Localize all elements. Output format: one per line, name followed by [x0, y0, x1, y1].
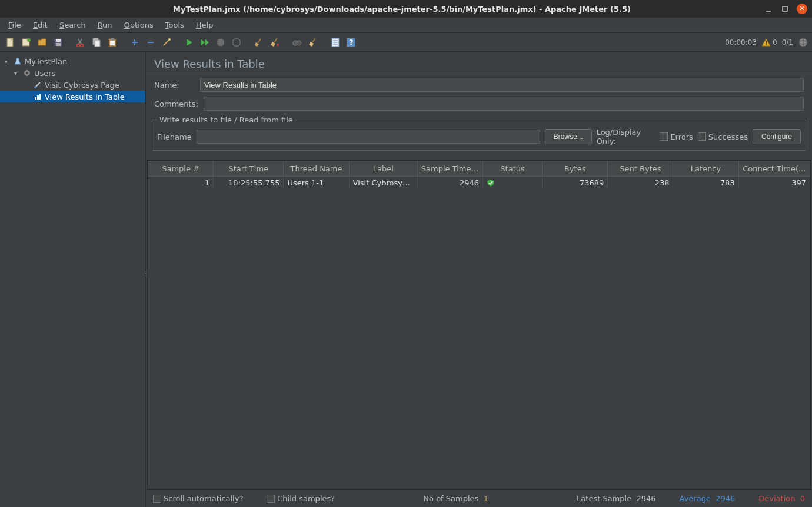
col-sentbytes[interactable]: Sent Bytes: [608, 161, 673, 177]
tree-node-listener[interactable]: View Results in Table: [0, 91, 145, 102]
latest-sample-value: 2946: [636, 494, 655, 503]
maximize-button[interactable]: [780, 4, 790, 14]
run-status-icon-wrap: [798, 37, 808, 48]
success-shield-icon: [487, 179, 495, 187]
svg-point-4: [27, 38, 31, 42]
average-value: 2946: [716, 494, 735, 503]
save-button[interactable]: [51, 35, 65, 49]
clear-all-button[interactable]: [268, 35, 282, 49]
cell-bytes: 73689: [543, 177, 608, 190]
col-bytes[interactable]: Bytes: [543, 161, 608, 177]
menu-help[interactable]: Help: [190, 19, 219, 31]
splitter-handle[interactable]: ⋮: [143, 273, 148, 287]
function-helper-button[interactable]: [328, 35, 342, 49]
svg-rect-6: [56, 39, 61, 42]
deviation-value: 0: [800, 494, 805, 503]
tree-node-label: Visit Cybrosys Page: [45, 81, 119, 90]
close-button[interactable]: ✕: [797, 4, 807, 14]
svg-rect-41: [37, 95, 39, 100]
col-latency[interactable]: Latency: [673, 161, 738, 177]
results-table[interactable]: Sample # Start Time Thread Name Label Sa…: [148, 161, 810, 189]
deviation-label: Deviation: [758, 494, 795, 503]
col-label[interactable]: Label: [349, 161, 417, 177]
start-no-timers-button[interactable]: [198, 35, 212, 49]
svg-line-20: [258, 39, 261, 43]
col-connect[interactable]: Connect Time(...: [738, 161, 810, 177]
shutdown-button[interactable]: [229, 35, 244, 49]
toggle-button[interactable]: [159, 35, 174, 49]
successes-checkbox[interactable]: Successes: [698, 132, 748, 141]
collapse-button[interactable]: [144, 35, 158, 49]
minus-icon: [146, 38, 155, 47]
minimize-button[interactable]: [764, 4, 773, 14]
templates-icon: [21, 37, 32, 48]
warning-icon: !: [761, 38, 771, 47]
col-thread[interactable]: Thread Name: [284, 161, 349, 177]
col-status[interactable]: Status: [483, 161, 543, 177]
start-button[interactable]: [182, 35, 196, 49]
toolbar: ? 00:00:03 ! 0 0/1: [0, 33, 812, 52]
scissors-icon: [75, 37, 86, 48]
play-fast-icon: [199, 38, 210, 47]
menu-tools[interactable]: Tools: [159, 19, 190, 31]
tree-node-sampler[interactable]: Visit Cybrosys Page: [0, 79, 145, 91]
menu-options[interactable]: Options: [118, 19, 159, 31]
help-button[interactable]: ?: [344, 35, 358, 49]
no-samples-label: No of Samples: [423, 494, 478, 503]
save-icon: [53, 37, 64, 48]
filename-label: Filename: [157, 132, 192, 141]
reset-search-button[interactable]: [306, 35, 320, 49]
menu-run[interactable]: Run: [92, 19, 118, 31]
comments-label: Comments:: [154, 100, 199, 108]
svg-rect-40: [35, 97, 36, 100]
cell-sampletime: 2946: [417, 177, 482, 190]
filename-input[interactable]: [197, 130, 540, 144]
cell-latency: 783: [673, 177, 738, 190]
col-sample[interactable]: Sample #: [148, 161, 214, 177]
cell-status: [483, 177, 543, 190]
open-button[interactable]: [35, 35, 49, 49]
svg-point-8: [77, 44, 80, 47]
search-button[interactable]: [290, 35, 304, 49]
svg-text:?: ?: [350, 38, 354, 47]
svg-rect-13: [111, 38, 114, 40]
flask-icon: [13, 57, 22, 66]
cut-button[interactable]: [74, 35, 88, 49]
errors-checkbox[interactable]: Errors: [660, 132, 693, 141]
menu-search[interactable]: Search: [54, 19, 92, 31]
copy-button[interactable]: [89, 35, 104, 49]
svg-point-9: [81, 44, 84, 47]
comments-input[interactable]: [204, 97, 804, 111]
expand-button[interactable]: [128, 35, 142, 49]
col-start[interactable]: Start Time: [214, 161, 284, 177]
templates-button[interactable]: [19, 35, 34, 49]
folder-open-icon: [37, 37, 48, 48]
col-sampletime[interactable]: Sample Time(...: [417, 161, 482, 177]
child-samples-checkbox[interactable]: Child samples?: [267, 494, 335, 503]
table-row[interactable]: 1 10:25:55.755 Users 1-1 Visit Cybrosys …: [148, 177, 810, 190]
name-input[interactable]: [200, 78, 804, 92]
tree-node-users[interactable]: ▾ Users: [0, 67, 145, 79]
menu-edit[interactable]: Edit: [27, 19, 54, 31]
browse-button[interactable]: Browse...: [545, 129, 592, 144]
notepad-icon: [330, 37, 341, 48]
svg-line-21: [274, 38, 277, 42]
content-panel: View Results in Table Name: Comments: Wr…: [146, 52, 812, 507]
new-button[interactable]: [4, 35, 18, 49]
chart-icon: [33, 92, 42, 101]
cell-thread: Users 1-1: [284, 177, 349, 190]
scroll-auto-checkbox[interactable]: Scroll automatically?: [153, 494, 243, 503]
pipette-icon: [33, 80, 42, 90]
clear-button[interactable]: [252, 35, 266, 49]
broom-all-icon: [269, 37, 280, 48]
svg-point-39: [34, 86, 36, 88]
svg-rect-7: [56, 43, 61, 46]
tree-panel: ▾ MyTestPlan ▾ Users Visit Cybrosys Page…: [0, 52, 146, 507]
paste-button[interactable]: [105, 35, 119, 49]
plus-icon: [130, 38, 139, 47]
menu-file[interactable]: File: [2, 19, 27, 31]
stop-button[interactable]: [214, 35, 228, 49]
warning-indicator[interactable]: ! 0: [761, 38, 777, 47]
tree-node-testplan[interactable]: ▾ MyTestPlan: [0, 55, 145, 67]
configure-button[interactable]: Configure: [753, 129, 801, 144]
